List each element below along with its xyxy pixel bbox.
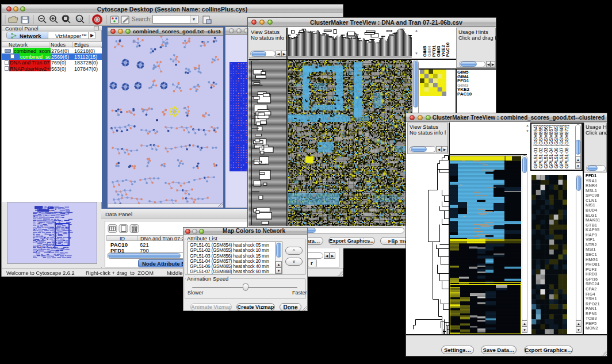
svg-text:1:1: 1:1 xyxy=(77,17,81,21)
